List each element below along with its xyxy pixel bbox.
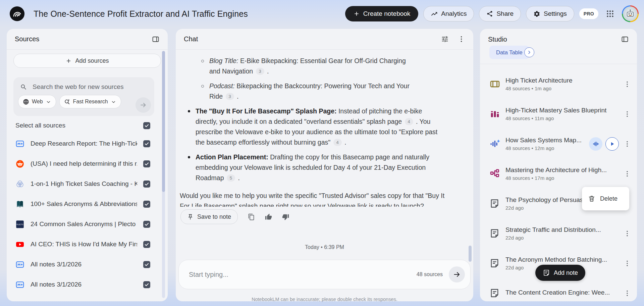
chat-text: Would you like me to help you write the … [180,192,444,207]
web-source-dropdown[interactable]: Web [18,95,56,108]
search-sources-input[interactable] [32,83,141,91]
copy-icon[interactable] [248,213,255,220]
plecto-source-icon: PLECTO [15,220,24,229]
collapse-panel-icon[interactable] [152,35,160,43]
source-row[interactable]: 100+ Sales Acronyms & Abbreviations... [15,194,150,214]
text-segment: . [343,139,346,146]
data-table-chip[interactable]: Data Table [489,46,529,59]
youtube-source-icon [15,240,24,249]
studio-item-row[interactable]: The Content Creation Engine: Wee... [480,278,637,301]
text-segment: The "Buy It For Life Basecamp" Splash Pa… [196,107,337,115]
settings-button[interactable]: Settings [526,6,574,21]
user-avatar[interactable] [622,5,639,22]
chat-settings-icon[interactable] [441,35,449,43]
source-checkbox[interactable] [143,221,150,228]
studio-item-meta: 48 sources • 1m ago [505,86,622,91]
source-checkbox[interactable] [143,160,150,167]
studio-item-row[interactable]: Mastering the Architecture of High...48 … [480,159,637,189]
share-button[interactable]: Share [479,6,521,21]
save-to-note-button[interactable]: Save to note [180,209,238,224]
delete-menu-item[interactable]: Delete [582,187,629,210]
notebook-title: The One-Sentence Profit Extractor and AI… [34,9,248,19]
source-checkbox[interactable] [143,241,150,248]
top-bar-actions: Create notebook Analytics Share Settings… [345,5,639,22]
source-checkbox[interactable] [143,281,150,288]
chat-paragraph: Would you like me to help you write the … [180,191,445,207]
text-segment: Would you like me to help you write the … [180,192,444,207]
item-menu-button[interactable] [622,228,632,239]
citation-chip[interactable]: 5 [227,174,235,182]
source-checkbox[interactable] [143,181,150,188]
add-sources-button[interactable]: Add sources [13,54,161,68]
play-audio-button[interactable] [605,137,619,151]
source-title: All notes 3/1/2026 [31,261,137,268]
studio-item-row[interactable]: Strategic Traffic and Distribution...22d… [480,218,637,248]
source-row[interactable]: 1-on-1 High Ticket Sales Coaching - K... [15,174,150,194]
item-menu-button[interactable] [622,288,632,298]
thumbs-up-icon[interactable] [265,213,272,220]
studio-item-meta: 48 sources • 11m ago [505,115,622,121]
citation-chip[interactable]: 3 [256,68,264,75]
chat-text: Blog Title: E-Bike Bikepacking: Essentia… [209,56,417,76]
thumbs-down-icon[interactable] [282,213,289,220]
studio-item-title: High-Ticket Mastery Sales Blueprint [505,107,622,114]
waveform-studio-icon [489,138,505,149]
chat-timestamp: Today • 6:39 PM [176,244,473,250]
create-notebook-button[interactable]: Create notebook [345,6,419,21]
robot-avatar-image [623,6,638,21]
studio-item-row[interactable]: High-Ticket Mastery Sales Blueprint48 so… [480,99,637,129]
studio-item-text: High Ticket Architecture48 sources • 1m … [505,77,622,91]
analytics-button[interactable]: Analytics [423,6,474,21]
add-note-button[interactable]: Add note [535,265,585,281]
chat-scrollbar[interactable] [469,246,472,262]
send-message-button[interactable] [449,266,465,283]
venn-source-icon [15,180,24,189]
studio-item-row[interactable]: High Ticket Architecture48 sources • 1m … [480,69,637,99]
source-checkbox[interactable] [143,261,150,268]
item-menu-button[interactable] [622,79,632,89]
studio-item-row[interactable]: How Sales Systems Map...48 sources • 12m… [480,129,637,159]
citation-chip[interactable]: 4 [333,139,342,146]
chat-bullet: Blog Title: E-Bike Bikepacking: Essentia… [201,56,417,76]
bullet-marker [188,110,190,112]
studio-item-title: How Sales Systems Map... [505,137,586,144]
item-menu-button[interactable] [622,109,632,119]
text-segment: . [265,67,269,75]
pro-badge: PRO [579,8,598,19]
chevron-down-icon [111,99,116,105]
source-row[interactable]: Deep Research Report: The High-Tick... [15,134,150,154]
apps-grid-icon[interactable] [605,9,615,18]
source-checkbox[interactable] [143,140,150,147]
chip-next-button[interactable] [524,47,534,57]
docblue-source-icon [15,139,24,148]
item-menu-button[interactable] [622,258,632,268]
source-title: AI CEO: THIS is How I'd Make My First ..… [31,241,137,248]
item-menu-button[interactable] [622,139,632,149]
source-checkbox[interactable] [143,201,150,208]
bullet-marker [201,60,204,62]
item-menu-button[interactable] [622,169,632,179]
source-row[interactable]: AI CEO: THIS is How I'd Make My First ..… [15,234,150,254]
citation-chip[interactable]: 4 [405,118,413,125]
doc-studio-icon [489,288,505,298]
studio-item-text: High-Ticket Mastery Sales Blueprint48 so… [505,107,622,121]
source-row[interactable]: (USA) I need help determining if this r.… [15,154,150,174]
fast-research-dropdown[interactable]: Fast Research [59,95,121,108]
expand-panel-icon[interactable] [621,35,629,43]
chat-panel-title: Chat [184,35,198,43]
interactive-audio-button[interactable] [589,137,602,151]
flowchart-studio-icon [489,168,505,179]
notebooklm-logo-icon[interactable] [9,6,25,21]
plus-icon [353,10,360,17]
chat-input[interactable] [188,270,417,279]
chat-more-menu-icon[interactable] [458,35,465,43]
source-row[interactable]: All notes 3/1/2026 [15,274,150,295]
source-row[interactable]: All notes 3/1/2026 [15,254,150,274]
sources-scrollbar[interactable] [162,51,165,192]
source-row[interactable]: PLECTO24 Common Sales Acronyms | Plecto [15,214,150,234]
select-all-checkbox[interactable] [143,122,150,129]
citation-chip[interactable]: 3 [226,93,234,100]
text-segment: Blog Title: [209,57,238,64]
reddit-source-icon [15,159,24,168]
submit-search-button[interactable] [136,97,151,113]
